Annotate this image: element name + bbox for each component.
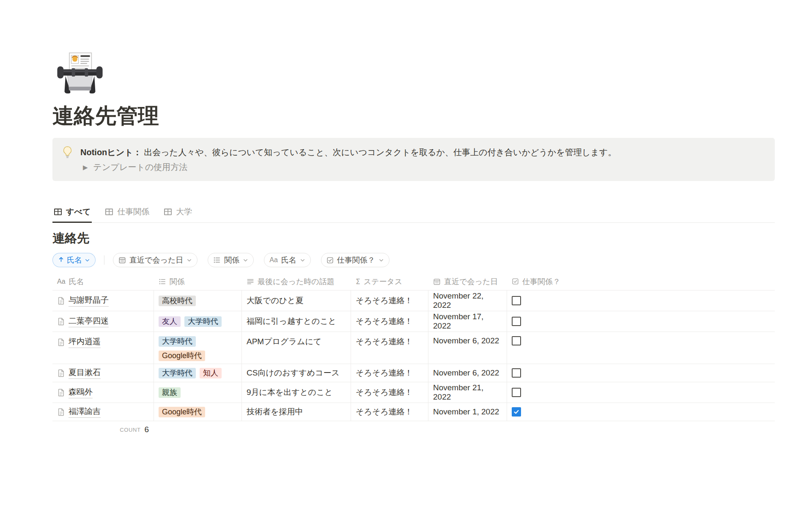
- contact-name[interactable]: 二葉亭四迷: [69, 315, 109, 327]
- column-header-work-relation[interactable]: 仕事関係？: [507, 273, 775, 290]
- filter-chip-label: 直近で会った日: [129, 255, 183, 265]
- contact-name[interactable]: 与謝野晶子: [69, 295, 109, 307]
- date-cell[interactable]: November 6, 2022: [428, 364, 507, 382]
- filter-chip-relation[interactable]: 関係: [208, 253, 254, 267]
- page-document-icon: [57, 369, 65, 377]
- topic-cell[interactable]: 大阪でのひと夏: [242, 290, 351, 311]
- name-cell[interactable]: 福澤諭吉: [52, 403, 154, 421]
- filter-bar: 氏名 直近で会った日 関係 Aa 氏名: [52, 253, 775, 267]
- table-footer[interactable]: COUNT 6: [52, 421, 154, 438]
- checkbox-icon: [326, 257, 334, 264]
- callout-body-text: 出会った人々や、彼らについて知っていること、次にいつコンタクトを取るか、仕事上の…: [144, 148, 616, 157]
- database-title[interactable]: 連絡先: [52, 230, 775, 247]
- date-cell[interactable]: November 6, 2022: [428, 332, 507, 364]
- toggle-triangle-icon: ▶: [83, 164, 88, 171]
- filter-chip-last-met-date[interactable]: 直近で会った日: [113, 253, 198, 267]
- table-view-icon: [164, 208, 172, 216]
- table-row: 森鴎外 親族 9月に本を出すとのこと そろそろ連絡！ November 21, …: [52, 382, 775, 403]
- status-cell[interactable]: そろそろ連絡！: [351, 311, 428, 332]
- filter-chip-name[interactable]: Aa 氏名: [264, 253, 311, 267]
- work-relation-checkbox[interactable]: [512, 388, 521, 397]
- notion-page: 連絡先管理 Notionヒント： 出会った人々や、彼らについて知っていること、次…: [52, 49, 775, 438]
- work-relation-checkbox[interactable]: [512, 336, 521, 345]
- column-header-relation[interactable]: 関係: [154, 273, 242, 290]
- view-tabs: すべて 仕事関係 大学: [52, 206, 775, 223]
- tab-daigaku[interactable]: 大学: [162, 206, 193, 223]
- chevron-down-icon: [379, 258, 384, 263]
- relation-cell[interactable]: 親族: [154, 382, 242, 403]
- page-title[interactable]: 連絡先管理: [52, 103, 775, 129]
- name-cell[interactable]: 二葉亭四迷: [52, 311, 154, 332]
- template-usage-toggle[interactable]: ▶ テンプレートの使用方法: [80, 162, 765, 173]
- toggle-label: テンプレートの使用方法: [93, 162, 188, 173]
- topic-cell[interactable]: 技術者を採用中: [242, 403, 351, 421]
- name-cell[interactable]: 森鴎外: [52, 382, 154, 403]
- chip-divider: [104, 255, 104, 265]
- text-icon: Aa: [269, 256, 278, 264]
- work-relation-cell: [507, 290, 775, 311]
- filter-chip-work-relation[interactable]: 仕事関係？: [321, 253, 390, 267]
- sort-chip-name[interactable]: 氏名: [52, 253, 96, 267]
- table-view-icon: [54, 208, 62, 216]
- contact-name[interactable]: 福澤諭吉: [69, 406, 101, 418]
- callout-text[interactable]: Notionヒント： 出会った人々や、彼らについて知っていること、次にいつコンタ…: [80, 146, 765, 159]
- calendar-icon: [118, 256, 126, 264]
- date-cell[interactable]: November 22, 2022: [428, 290, 507, 311]
- status-cell[interactable]: そろそろ連絡！: [351, 382, 428, 403]
- work-relation-checkbox[interactable]: [512, 296, 521, 305]
- tab-shigoto-kankei[interactable]: 仕事関係: [104, 206, 151, 223]
- date-cell[interactable]: November 21, 2022: [428, 382, 507, 403]
- column-header-topic[interactable]: 最後に会った時の話題: [242, 273, 351, 290]
- relation-tag: 親族: [159, 387, 181, 398]
- filter-chip-label: 仕事関係？: [337, 255, 375, 265]
- work-relation-checkbox[interactable]: [512, 317, 521, 326]
- contact-name[interactable]: 坪内逍遥: [69, 336, 101, 348]
- relation-cell[interactable]: Google時代: [154, 403, 242, 421]
- status-cell[interactable]: そろそろ連絡！: [351, 290, 428, 311]
- filter-chip-label: 氏名: [281, 255, 296, 265]
- relation-tag: 大学時代: [159, 336, 196, 347]
- work-relation-cell: [507, 382, 775, 403]
- topic-cell[interactable]: 福岡に引っ越すとのこと: [242, 311, 351, 332]
- column-label: 関係: [170, 277, 185, 287]
- count-label: COUNT: [120, 427, 140, 433]
- status-cell[interactable]: そろそろ連絡！: [351, 332, 428, 364]
- status-cell[interactable]: そろそろ連絡！: [351, 364, 428, 382]
- relation-cell[interactable]: 高校時代: [154, 290, 242, 311]
- align-left-icon: [247, 278, 254, 285]
- page-document-icon: [57, 408, 65, 416]
- chevron-down-icon: [300, 258, 305, 263]
- date-cell[interactable]: November 1, 2022: [428, 403, 507, 421]
- column-header-status[interactable]: Σ ステータス: [351, 273, 428, 290]
- text-icon: Aa: [57, 278, 66, 285]
- relation-cell[interactable]: 大学時代 知人: [154, 364, 242, 382]
- light-bulb-icon: [62, 146, 73, 160]
- topic-cell[interactable]: CS向けのおすすめコース: [242, 364, 351, 382]
- relation-tag: 知人: [200, 368, 222, 378]
- contact-name[interactable]: 森鴎外: [69, 386, 93, 398]
- name-cell[interactable]: 夏目漱石: [52, 364, 154, 382]
- relation-tag: 友人: [159, 316, 181, 327]
- column-label: 最後に会った時の話題: [258, 277, 335, 287]
- count-value: 6: [144, 425, 149, 434]
- topic-cell[interactable]: APMプログラムにて: [242, 332, 351, 364]
- work-relation-checkbox[interactable]: [512, 368, 521, 378]
- page-emoji-card-index-icon[interactable]: [56, 49, 104, 97]
- name-cell[interactable]: 坪内逍遥: [52, 332, 154, 364]
- tab-label: 大学: [176, 206, 192, 217]
- column-header-last-met-date[interactable]: 直近で会った日: [428, 273, 507, 290]
- contact-name[interactable]: 夏目漱石: [69, 367, 101, 379]
- arrow-up-icon: [58, 256, 64, 265]
- relation-cell[interactable]: 友人 大学時代: [154, 311, 242, 332]
- relation-tag: Google時代: [159, 407, 205, 417]
- name-cell[interactable]: 与謝野晶子: [52, 290, 154, 311]
- topic-cell[interactable]: 9月に本を出すとのこと: [242, 382, 351, 403]
- relation-tag: 高校時代: [159, 296, 196, 306]
- column-header-name[interactable]: Aa 氏名: [52, 273, 154, 290]
- column-label: 仕事関係？: [522, 277, 560, 287]
- work-relation-checkbox[interactable]: [512, 407, 521, 417]
- date-cell[interactable]: November 17, 2022: [428, 311, 507, 332]
- status-cell[interactable]: そろそろ連絡！: [351, 403, 428, 421]
- tab-subete[interactable]: すべて: [52, 206, 92, 223]
- relation-cell[interactable]: 大学時代 Google時代: [154, 332, 242, 364]
